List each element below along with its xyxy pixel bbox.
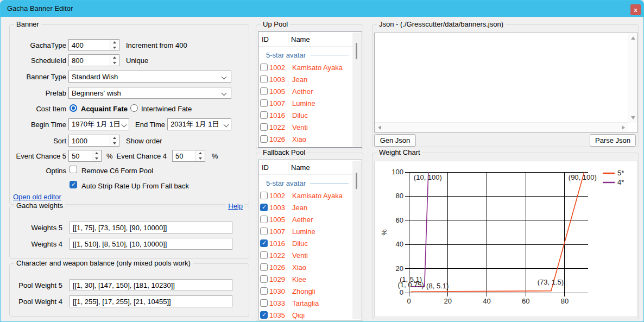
event-chance-5-input[interactable]: 50 [68,150,102,162]
scroll-right-icon[interactable] [622,125,625,130]
row-checkbox[interactable] [260,251,268,259]
prefab-label: Prefab [10,89,66,97]
scroll-down-icon[interactable] [631,116,635,119]
pool-row[interactable]: 1005Aether [258,86,352,98]
pool-row[interactable]: 1022Venti [258,122,352,134]
header-divider [258,46,352,47]
scroll-up-icon[interactable] [631,36,635,40]
sort-spinner[interactable] [110,135,119,146]
spin-up-icon[interactable] [110,40,119,45]
row-checkbox[interactable] [260,263,268,271]
scrollbar-thumb[interactable] [356,43,357,59]
row-checkbox[interactable] [260,75,268,83]
svg-text:%: % [380,229,388,236]
gachatype-spinner[interactable] [110,40,119,50]
row-checkbox[interactable] [260,123,268,131]
auto-strip-checkbox[interactable] [70,181,77,188]
banner-type-combo[interactable]: Standard Wish [68,71,231,83]
pool-row[interactable]: 1022Venti [258,250,352,262]
end-time-value: 2031年 1月 1日 [171,119,219,129]
section-label: 5-star avatar [266,179,306,187]
scrollbar-thumb[interactable] [356,173,357,189]
spin-down-icon[interactable] [196,156,205,161]
horizontal-scrollbar[interactable] [375,122,628,132]
section-label: 5-star avatar [266,51,306,59]
title-bar[interactable]: Gacha Banner Editor x [1,1,643,17]
scrollbar-track[interactable] [352,161,361,319]
gen-json-button[interactable]: Gen Json [374,134,416,147]
help-link[interactable]: Help [226,202,244,210]
app-window: Gacha Banner Editor x Banner GachaType 4… [0,0,644,322]
pool-row[interactable]: 1026Xiao [258,134,352,146]
event-chance-5-spinner[interactable] [92,150,101,161]
spin-down-icon[interactable] [92,156,101,161]
row-checkbox[interactable] [260,111,268,119]
pool-row[interactable]: 1016Diluc [258,110,352,122]
event-chance-4-input[interactable]: 50 [172,150,205,162]
pool-row[interactable]: 1007Lumine [258,98,352,110]
pool-row[interactable]: 1002Kamisato Ayaka [258,62,352,74]
scrollbar-track[interactable] [352,33,361,147]
fallback-pool-list[interactable]: ID Name 5-star avatar 1002Kamisato Ayaka… [258,160,362,320]
row-checkbox[interactable] [260,135,268,143]
weights-4-input[interactable]: [[1, 510], [8, 510], [10, 10000]] [70,238,232,250]
section-line [310,55,349,55]
pool-row[interactable]: 1035Qiqi [258,310,352,320]
row-checkbox[interactable] [260,311,268,319]
pool-weight-4-input[interactable]: [[1, 255], [17, 255], [21, 10455]] [70,295,232,307]
row-checkbox[interactable] [260,99,268,107]
intertwined-fate-radio[interactable] [130,104,138,112]
weights-5-input[interactable]: [[1, 75], [73, 150], [90, 10000]] [70,222,232,233]
svg-text:80: 80 [396,192,403,200]
scheduleid-spinner[interactable] [110,55,119,66]
acquaint-fate-radio[interactable] [70,104,77,112]
row-name: Zhongli [292,287,315,295]
gachatype-input[interactable]: 400 [68,39,119,51]
pool-row[interactable]: 1026Xiao [258,262,352,274]
row-checkbox[interactable] [260,87,268,95]
row-checkbox[interactable] [260,216,268,223]
prefab-combo[interactable]: Beginners' wish [68,87,231,99]
row-checkbox[interactable] [260,192,268,199]
remove-c6-checkbox[interactable] [70,166,77,173]
event-chance-5-value: 50 [72,152,79,160]
row-checkbox[interactable] [260,204,268,211]
spin-up-icon[interactable] [92,150,101,156]
spin-up-icon[interactable] [196,150,205,156]
section-header: 5-star avatar [266,179,349,187]
row-checkbox[interactable] [260,299,268,307]
open-old-editor-link[interactable]: Open old editor [13,193,61,201]
scheduleid-input[interactable]: 800 [68,54,119,66]
pool-row[interactable]: 1003Jean [258,202,352,214]
vertical-scrollbar[interactable] [628,33,637,123]
banner-type-value: Standard Wish [72,73,118,81]
spin-up-icon[interactable] [110,135,119,141]
sort-input[interactable]: 1000 [68,135,119,147]
spin-down-icon[interactable] [110,60,119,66]
parse-json-button[interactable]: Parse Json [590,134,636,147]
json-textarea[interactable] [374,33,638,132]
row-checkbox[interactable] [260,275,268,283]
close-button[interactable]: x [630,4,641,15]
pool-weight-5-input[interactable]: [[1, 30], [147, 150], [181, 10230]] [70,279,232,291]
row-checkbox[interactable] [260,228,268,235]
pool-row[interactable]: 1007Lumine [258,226,352,238]
pool-row[interactable]: 1033Tartaglia [258,298,352,310]
pool-row[interactable]: 1016Diluc [258,238,352,250]
pool-row[interactable]: 1005Aether [258,214,352,226]
pool-row[interactable]: 1003Jean [258,74,352,86]
spin-down-icon[interactable] [110,45,119,50]
spin-down-icon[interactable] [110,141,119,146]
pool-row[interactable]: 1029Klee [258,274,352,286]
event-chance-4-spinner[interactable] [195,150,205,161]
row-checkbox[interactable] [260,64,268,71]
gacha-weights-title: Gacha weights [14,201,65,210]
row-checkbox[interactable] [260,239,268,247]
pool-row[interactable]: 1002Kamisato Ayaka [258,190,352,202]
row-checkbox[interactable] [260,287,268,295]
end-time-picker[interactable]: 2031年 1月 1日 [167,118,231,130]
spin-up-icon[interactable] [110,55,119,60]
pool-row[interactable]: 1030Zhongli [258,286,352,298]
scroll-left-icon[interactable] [378,125,381,130]
up-pool-list[interactable]: ID Name 5-star avatar 1002Kamisato Ayaka… [258,31,362,148]
